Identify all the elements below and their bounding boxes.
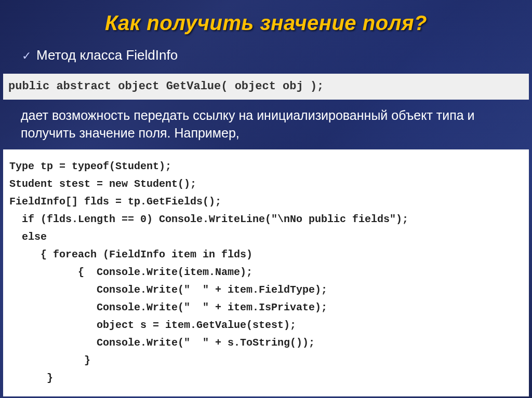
checkmark-icon: ✓: [22, 50, 31, 62]
slide: Как получить значение поля? ✓ Метод клас…: [0, 0, 532, 398]
example-code-block: Type tp = typeof(Student); Student stest…: [3, 149, 529, 396]
slide-title: Как получить значение поля?: [0, 0, 532, 44]
bullet-text: Метод класса FieldInfo: [36, 47, 178, 63]
bullet-line: ✓ Метод класса FieldInfo: [22, 47, 532, 63]
method-signature-code: public abstract object GetValue( object …: [3, 74, 529, 100]
description-text: дает возможность передать ссылку на иниц…: [21, 107, 511, 142]
